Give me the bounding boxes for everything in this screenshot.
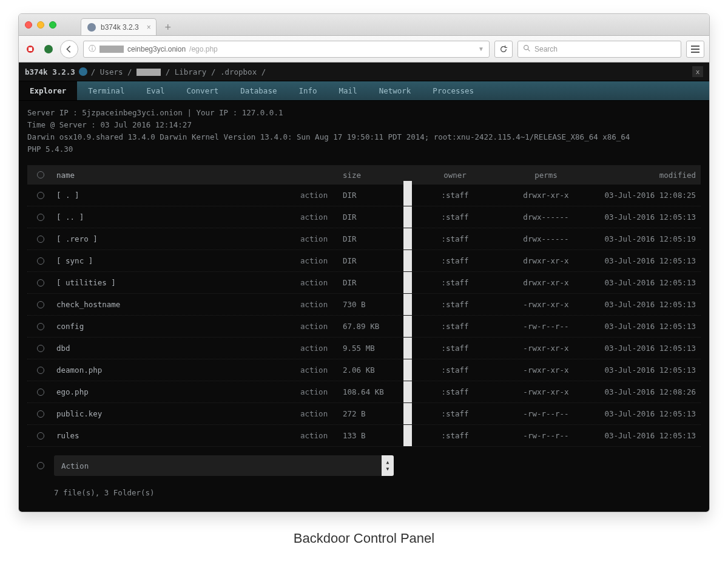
reload-button[interactable] [494, 41, 513, 58]
file-perms: -rw-r--r-- [507, 322, 585, 331]
app-tab-explorer[interactable]: Explorer [19, 81, 77, 100]
row-checkbox[interactable] [37, 301, 44, 308]
file-modified: 03-Jul-2016 12:05:13 [585, 409, 701, 418]
table-row[interactable]: deamon.phpaction2.06 KB:staff-rwxr-xr-x0… [27, 359, 701, 381]
file-name[interactable]: check_hostname [54, 300, 300, 309]
row-checkbox[interactable] [37, 214, 44, 221]
table-row[interactable]: rulesaction133 B:staff-rw-r--r--03-Jul-2… [27, 425, 701, 447]
app-tab-processes[interactable]: Processes [422, 81, 485, 100]
col-modified[interactable]: modified [585, 171, 701, 180]
extension-icon-1[interactable] [24, 42, 37, 56]
app-content: b374k 3.2.3 / Users / / Library / .dropb… [19, 63, 709, 512]
file-name[interactable]: config [54, 322, 300, 331]
file-perms: -rwxr-xr-x [507, 365, 585, 375]
table-row[interactable]: ego.phpaction108.64 KB:staff-rwxr-xr-x03… [27, 381, 701, 403]
row-checkbox[interactable] [37, 410, 44, 418]
row-checkbox[interactable] [37, 389, 44, 396]
file-name[interactable]: rules [54, 431, 300, 440]
app-tab-mail[interactable]: Mail [328, 81, 368, 100]
file-modified: 03-Jul-2016 12:05:19 [585, 234, 701, 243]
file-name[interactable]: deamon.php [54, 365, 300, 375]
file-size: 730 B [343, 300, 403, 309]
file-name[interactable]: [ .. ] [54, 212, 300, 222]
table-row[interactable]: [ . ]actionDIR:staffdrwxr-xr-x03-Jul-201… [27, 185, 701, 206]
app-tab-info[interactable]: Info [288, 81, 328, 100]
file-action-link[interactable]: action [300, 191, 343, 200]
file-action-link[interactable]: action [300, 234, 343, 243]
file-name[interactable]: ego.php [54, 387, 300, 396]
browser-tab-active[interactable]: b374k 3.2.3 × [81, 18, 157, 35]
search-input[interactable]: Search [517, 41, 681, 58]
file-name[interactable]: dbd [54, 344, 300, 353]
file-modified: 03-Jul-2016 12:08:25 [585, 191, 701, 200]
table-row[interactable]: configaction67.89 KB:staff-rw-r--r--03-J… [27, 316, 701, 338]
app-tab-convert[interactable]: Convert [176, 81, 230, 100]
file-perms: drwx------ [507, 234, 585, 243]
breadcrumb[interactable]: / Users / / Library / .dropbox / [91, 67, 266, 76]
file-action-link[interactable]: action [300, 409, 343, 418]
row-checkbox[interactable] [37, 257, 44, 265]
table-row[interactable]: [ sync ]actionDIR:staffdrwxr-xr-x03-Jul-… [27, 250, 701, 272]
globe-icon [79, 67, 87, 76]
table-row[interactable]: [ .. ]actionDIR:staffdrwx------03-Jul-20… [27, 206, 701, 228]
file-action-link[interactable]: action [300, 256, 343, 265]
app-tab-terminal[interactable]: Terminal [77, 81, 135, 100]
file-action-link[interactable]: action [300, 300, 343, 309]
menu-button[interactable] [686, 41, 704, 58]
file-action-link[interactable]: action [300, 365, 343, 375]
row-checkbox[interactable] [37, 323, 44, 330]
table-row[interactable]: check_hostnameaction730 B:staff-rwxr-xr-… [27, 294, 701, 316]
file-name[interactable]: [ . ] [54, 191, 300, 200]
app-tab-eval[interactable]: Eval [135, 81, 175, 100]
bulk-select-checkbox[interactable] [37, 462, 44, 469]
file-name[interactable]: public.key [54, 409, 300, 418]
row-checkbox[interactable] [37, 236, 44, 243]
url-dropdown-icon[interactable]: ▼ [478, 46, 484, 52]
table-row[interactable]: public.keyaction272 B:staff-rw-r--r--03-… [27, 403, 701, 425]
app-tab-network[interactable]: Network [368, 81, 422, 100]
minimize-window-button[interactable] [37, 21, 44, 29]
table-row[interactable]: [ .rero ]actionDIR:staffdrwx------03-Jul… [27, 228, 701, 250]
file-perms: -rw-r--r-- [507, 409, 585, 418]
back-button[interactable] [60, 40, 78, 58]
tab-close-icon[interactable]: × [147, 23, 151, 32]
file-action-link[interactable]: action [300, 344, 343, 353]
file-action-link[interactable]: action [300, 387, 343, 396]
select-dropdown-icon[interactable]: ▲▼ [382, 455, 394, 476]
col-name[interactable]: name [54, 171, 300, 180]
svg-point-2 [44, 45, 53, 53]
file-action-link[interactable]: action [300, 322, 343, 331]
extension-icon-2[interactable] [42, 42, 55, 56]
file-action-link[interactable]: action [300, 431, 343, 440]
zoom-window-button[interactable] [49, 21, 56, 29]
file-perms: -rwxr-xr-x [507, 344, 585, 353]
app-tabs: ExplorerTerminalEvalConvertDatabaseInfoM… [19, 81, 709, 101]
file-action-link[interactable]: action [300, 212, 343, 222]
col-perms[interactable]: perms [507, 171, 585, 180]
url-input[interactable]: ⓘ ceinbeg3yci.onion/ego.php ▼ [83, 41, 490, 58]
file-perms: -rwxr-xr-x [507, 387, 585, 396]
new-tab-button[interactable]: + [160, 19, 176, 35]
select-all-checkbox[interactable] [37, 171, 44, 178]
col-size[interactable]: size [343, 171, 403, 180]
file-name[interactable]: [ .rero ] [54, 234, 300, 243]
row-checkbox[interactable] [37, 192, 44, 199]
row-checkbox[interactable] [37, 279, 44, 287]
row-checkbox[interactable] [37, 432, 44, 440]
file-name[interactable]: [ sync ] [54, 256, 300, 265]
col-owner[interactable]: owner [403, 171, 507, 180]
file-modified: 03-Jul-2016 12:05:13 [585, 344, 701, 353]
row-checkbox[interactable] [37, 367, 44, 374]
bulk-action-label: Action [61, 461, 89, 470]
url-toolbar: ⓘ ceinbeg3yci.onion/ego.php ▼ Search [19, 36, 709, 63]
tab-favicon [87, 23, 96, 32]
app-close-button[interactable]: x [692, 66, 703, 77]
bulk-action-select[interactable]: Action ▲▼ [54, 455, 394, 476]
app-tab-database[interactable]: Database [229, 81, 288, 100]
table-row[interactable]: [ utilities ]actionDIR:staffdrwxr-xr-x03… [27, 272, 701, 294]
table-row[interactable]: dbdaction9.55 MB:staff-rwxr-xr-x03-Jul-2… [27, 338, 701, 359]
row-checkbox[interactable] [37, 345, 44, 352]
file-action-link[interactable]: action [300, 278, 343, 287]
file-name[interactable]: [ utilities ] [54, 278, 300, 287]
close-window-button[interactable] [25, 21, 32, 29]
